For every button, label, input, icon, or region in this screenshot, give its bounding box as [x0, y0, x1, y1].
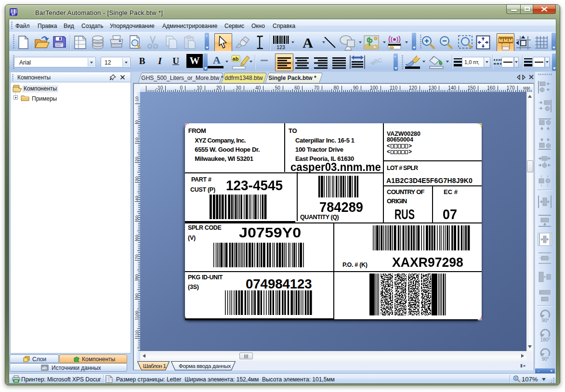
svg-text:BC: BC — [374, 57, 383, 65]
svg-text:ab: ab — [42, 366, 47, 370]
svg-text:ab: ab — [233, 56, 239, 62]
svg-text:A: A — [302, 35, 313, 50]
svg-text:BT: BT — [12, 13, 15, 16]
svg-text:123: 123 — [276, 44, 285, 50]
